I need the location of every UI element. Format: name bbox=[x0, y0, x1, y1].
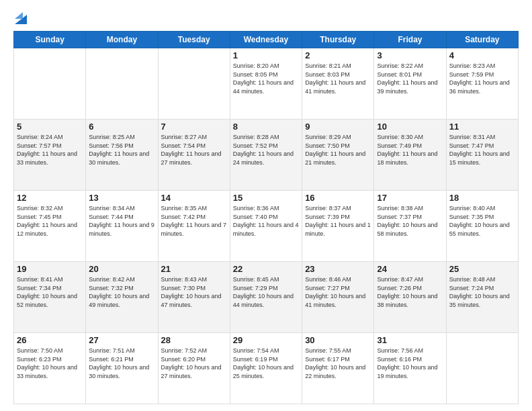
day-info: Sunrise: 8:22 AMSunset: 8:01 PMDaylight:… bbox=[377, 62, 437, 95]
day-number: 19 bbox=[17, 264, 83, 274]
day-number: 15 bbox=[233, 193, 299, 203]
table-row: 30Sunrise: 7:55 AMSunset: 6:17 PMDayligh… bbox=[302, 333, 374, 404]
table-row: 24Sunrise: 8:47 AMSunset: 7:26 PMDayligh… bbox=[374, 262, 446, 333]
table-row: 7Sunrise: 8:27 AMSunset: 7:54 PMDaylight… bbox=[158, 120, 230, 191]
calendar-header-row: Sunday Monday Tuesday Wednesday Thursday… bbox=[14, 32, 519, 48]
table-row: 11Sunrise: 8:31 AMSunset: 7:47 PMDayligh… bbox=[446, 120, 518, 191]
day-info: Sunrise: 8:23 AMSunset: 7:59 PMDaylight:… bbox=[449, 62, 510, 95]
day-info: Sunrise: 8:47 AMSunset: 7:26 PMDaylight:… bbox=[377, 276, 437, 308]
day-info: Sunrise: 8:35 AMSunset: 7:42 PMDaylight:… bbox=[161, 205, 227, 237]
day-number: 6 bbox=[89, 122, 154, 132]
day-info: Sunrise: 8:29 AMSunset: 7:50 PMDaylight:… bbox=[305, 134, 365, 166]
day-number: 8 bbox=[233, 122, 299, 132]
table-row: 31Sunrise: 7:56 AMSunset: 6:16 PMDayligh… bbox=[374, 333, 446, 404]
table-row: 12Sunrise: 8:32 AMSunset: 7:45 PMDayligh… bbox=[14, 191, 86, 262]
day-number: 3 bbox=[377, 50, 443, 60]
table-row: 14Sunrise: 8:35 AMSunset: 7:42 PMDayligh… bbox=[158, 191, 230, 262]
col-monday: Monday bbox=[86, 32, 158, 48]
table-row: 28Sunrise: 7:52 AMSunset: 6:20 PMDayligh… bbox=[158, 333, 230, 404]
day-info: Sunrise: 8:32 AMSunset: 7:45 PMDaylight:… bbox=[17, 205, 77, 237]
day-info: Sunrise: 7:51 AMSunset: 6:21 PMDaylight:… bbox=[89, 347, 149, 379]
day-info: Sunrise: 7:52 AMSunset: 6:20 PMDaylight:… bbox=[161, 347, 222, 379]
day-number: 29 bbox=[233, 335, 299, 345]
day-number: 27 bbox=[89, 335, 154, 345]
day-number: 24 bbox=[377, 264, 443, 274]
logo bbox=[13, 15, 27, 24]
table-row: 4Sunrise: 8:23 AMSunset: 7:59 PMDaylight… bbox=[446, 48, 518, 120]
svg-marker-1 bbox=[15, 12, 23, 19]
table-row: 3Sunrise: 8:22 AMSunset: 8:01 PMDaylight… bbox=[374, 48, 446, 120]
table-row bbox=[446, 333, 518, 404]
day-info: Sunrise: 8:37 AMSunset: 7:39 PMDaylight:… bbox=[305, 205, 371, 237]
day-number: 23 bbox=[305, 264, 371, 274]
table-row bbox=[14, 48, 86, 120]
day-info: Sunrise: 7:56 AMSunset: 6:16 PMDaylight:… bbox=[377, 347, 437, 379]
table-row: 1Sunrise: 8:20 AMSunset: 8:05 PMDaylight… bbox=[230, 48, 302, 120]
day-number: 31 bbox=[377, 335, 443, 345]
table-row: 25Sunrise: 8:48 AMSunset: 7:24 PMDayligh… bbox=[446, 262, 518, 333]
day-number: 9 bbox=[305, 122, 371, 132]
day-number: 14 bbox=[161, 193, 227, 203]
calendar-week-row: 26Sunrise: 7:50 AMSunset: 6:23 PMDayligh… bbox=[14, 333, 519, 404]
day-number: 2 bbox=[305, 50, 371, 60]
day-number: 20 bbox=[89, 264, 154, 274]
col-friday: Friday bbox=[374, 32, 446, 48]
day-info: Sunrise: 7:55 AMSunset: 6:17 PMDaylight:… bbox=[305, 347, 365, 379]
col-wednesday: Wednesday bbox=[230, 32, 302, 48]
day-info: Sunrise: 8:43 AMSunset: 7:30 PMDaylight:… bbox=[161, 276, 222, 308]
day-number: 13 bbox=[89, 193, 154, 203]
col-saturday: Saturday bbox=[446, 32, 518, 48]
table-row: 16Sunrise: 8:37 AMSunset: 7:39 PMDayligh… bbox=[302, 191, 374, 262]
day-number: 17 bbox=[377, 193, 443, 203]
day-number: 11 bbox=[449, 122, 515, 132]
table-row: 26Sunrise: 7:50 AMSunset: 6:23 PMDayligh… bbox=[14, 333, 86, 404]
day-info: Sunrise: 8:21 AMSunset: 8:03 PMDaylight:… bbox=[305, 62, 365, 95]
day-number: 1 bbox=[233, 50, 299, 60]
day-number: 4 bbox=[449, 50, 515, 60]
day-number: 16 bbox=[305, 193, 371, 203]
day-number: 30 bbox=[305, 335, 371, 345]
day-number: 18 bbox=[449, 193, 515, 203]
table-row: 6Sunrise: 8:25 AMSunset: 7:56 PMDaylight… bbox=[86, 120, 158, 191]
calendar-week-row: 19Sunrise: 8:41 AMSunset: 7:34 PMDayligh… bbox=[14, 262, 519, 333]
day-number: 25 bbox=[449, 264, 515, 274]
day-info: Sunrise: 7:50 AMSunset: 6:23 PMDaylight:… bbox=[17, 347, 77, 379]
table-row: 20Sunrise: 8:42 AMSunset: 7:32 PMDayligh… bbox=[86, 262, 158, 333]
day-number: 12 bbox=[17, 193, 83, 203]
table-row: 13Sunrise: 8:34 AMSunset: 7:44 PMDayligh… bbox=[86, 191, 158, 262]
table-row: 9Sunrise: 8:29 AMSunset: 7:50 PMDaylight… bbox=[302, 120, 374, 191]
table-row: 10Sunrise: 8:30 AMSunset: 7:49 PMDayligh… bbox=[374, 120, 446, 191]
logo-icon bbox=[15, 9, 27, 24]
day-number: 26 bbox=[17, 335, 83, 345]
day-info: Sunrise: 8:28 AMSunset: 7:52 PMDaylight:… bbox=[233, 134, 294, 166]
table-row: 18Sunrise: 8:40 AMSunset: 7:35 PMDayligh… bbox=[446, 191, 518, 262]
day-number: 22 bbox=[233, 264, 299, 274]
table-row bbox=[158, 48, 230, 120]
table-row: 8Sunrise: 8:28 AMSunset: 7:52 PMDaylight… bbox=[230, 120, 302, 191]
col-tuesday: Tuesday bbox=[158, 32, 230, 48]
day-info: Sunrise: 7:54 AMSunset: 6:19 PMDaylight:… bbox=[233, 347, 294, 379]
day-info: Sunrise: 8:48 AMSunset: 7:24 PMDaylight:… bbox=[449, 276, 510, 308]
page: Sunday Monday Tuesday Wednesday Thursday… bbox=[0, 0, 532, 411]
day-number: 21 bbox=[161, 264, 227, 274]
col-sunday: Sunday bbox=[14, 32, 86, 48]
day-number: 7 bbox=[161, 122, 227, 132]
table-row: 2Sunrise: 8:21 AMSunset: 8:03 PMDaylight… bbox=[302, 48, 374, 120]
col-thursday: Thursday bbox=[302, 32, 374, 48]
day-info: Sunrise: 8:42 AMSunset: 7:32 PMDaylight:… bbox=[89, 276, 149, 308]
calendar-week-row: 1Sunrise: 8:20 AMSunset: 8:05 PMDaylight… bbox=[14, 48, 519, 120]
table-row bbox=[86, 48, 158, 120]
day-info: Sunrise: 8:27 AMSunset: 7:54 PMDaylight:… bbox=[161, 134, 222, 166]
table-row: 29Sunrise: 7:54 AMSunset: 6:19 PMDayligh… bbox=[230, 333, 302, 404]
day-info: Sunrise: 8:25 AMSunset: 7:56 PMDaylight:… bbox=[89, 134, 149, 166]
day-info: Sunrise: 8:31 AMSunset: 7:47 PMDaylight:… bbox=[449, 134, 510, 166]
table-row: 27Sunrise: 7:51 AMSunset: 6:21 PMDayligh… bbox=[86, 333, 158, 404]
header bbox=[13, 12, 519, 24]
day-info: Sunrise: 8:38 AMSunset: 7:37 PMDaylight:… bbox=[377, 205, 437, 237]
table-row: 21Sunrise: 8:43 AMSunset: 7:30 PMDayligh… bbox=[158, 262, 230, 333]
day-info: Sunrise: 8:45 AMSunset: 7:29 PMDaylight:… bbox=[233, 276, 294, 308]
day-info: Sunrise: 8:20 AMSunset: 8:05 PMDaylight:… bbox=[233, 62, 294, 95]
table-row: 5Sunrise: 8:24 AMSunset: 7:57 PMDaylight… bbox=[14, 120, 86, 191]
day-info: Sunrise: 8:34 AMSunset: 7:44 PMDaylight:… bbox=[89, 205, 154, 237]
table-row: 17Sunrise: 8:38 AMSunset: 7:37 PMDayligh… bbox=[374, 191, 446, 262]
